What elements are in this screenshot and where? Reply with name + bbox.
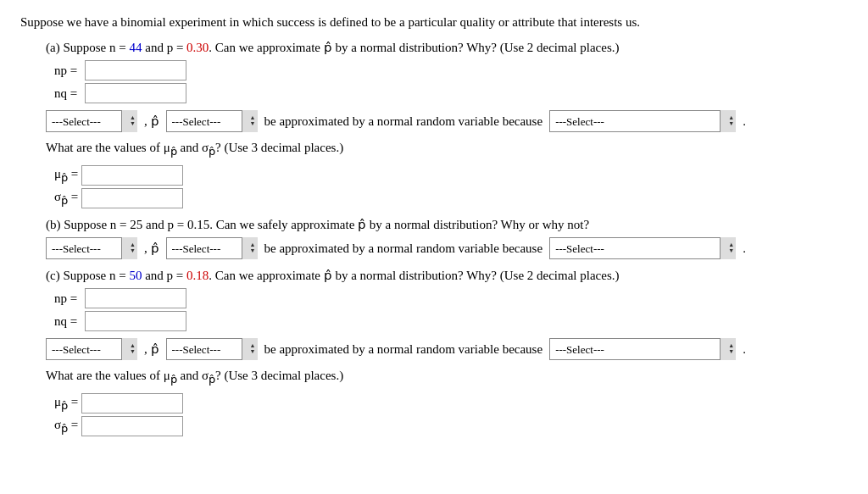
part-c-select-row: ---Select--- Yes No , p̂ ---Select--- ca…: [46, 338, 848, 360]
part-a-phat: , p̂: [141, 114, 163, 129]
part-a-np-row: np =: [54, 60, 848, 80]
part-c-label: (c) Suppose n = 50 and p = 0.18. Can we …: [46, 268, 848, 283]
part-c-p-val: 0.18: [186, 269, 209, 282]
part-c-select2-wrap: ---Select--- can cannot: [166, 338, 258, 360]
part-c-mu-sigma: μp̂ = σp̂ =: [54, 393, 848, 436]
part-b-section: (b) Suppose n = 25 and p = 0.15. Can we …: [46, 217, 848, 259]
part-c-select3[interactable]: ---Select--- np ≥ 5 and nq ≥ 5 np < 5 or…: [549, 338, 736, 360]
part-a-nq-label: nq =: [54, 86, 81, 101]
part-c-sigma-row: σp̂ =: [54, 416, 848, 436]
part-c-phat: , p̂: [141, 341, 163, 357]
part-c-select1[interactable]: ---Select--- Yes No: [46, 338, 137, 360]
part-c-select3-wrap: ---Select--- np ≥ 5 and nq ≥ 5 np < 5 or…: [549, 338, 736, 360]
part-a-np-nq: np = nq =: [54, 60, 848, 103]
part-a-rest: . Can we approximate p̂ by a normal dist…: [209, 41, 619, 54]
part-c-what-values: What are the values of μp̂ and σp̂? (Use…: [46, 369, 848, 386]
intro-text: Suppose we have a binomial experiment in…: [20, 15, 848, 30]
part-c-sigma-input[interactable]: [81, 416, 183, 436]
part-a-sigma-label: σp̂ =: [54, 190, 78, 208]
part-b-select1[interactable]: ---Select--- Yes No: [46, 237, 137, 259]
part-b-select3[interactable]: ---Select--- np ≥ 5 and nq ≥ 5 np < 5 or…: [549, 237, 736, 259]
part-b-select2[interactable]: ---Select--- can cannot: [166, 237, 258, 259]
part-c-middle-text: be approximated by a normal random varia…: [261, 342, 547, 357]
part-a-mu-label: μp̂ =: [54, 167, 78, 185]
part-a-sigma-input[interactable]: [81, 188, 183, 208]
part-b-text: (b) Suppose n = 25 and p = 0.15. Can we …: [46, 218, 589, 231]
part-b-middle-text: be approximated by a normal random varia…: [261, 241, 547, 256]
part-a-p-text: and p =: [145, 41, 186, 54]
part-a-select1-wrap: ---Select--- Yes No: [46, 110, 137, 132]
part-c-p-text: and p =: [145, 269, 186, 282]
part-c-period: .: [743, 342, 746, 357]
part-a-select3[interactable]: ---Select--- np ≥ 5 and nq ≥ 5 np < 5 or…: [549, 110, 736, 132]
part-b-label: (b) Suppose n = 25 and p = 0.15. Can we …: [46, 217, 848, 232]
part-a-section: (a) Suppose n = 44 and p = 0.30. Can we …: [46, 40, 848, 208]
part-b-select1-wrap: ---Select--- Yes No: [46, 237, 137, 259]
part-c-np-input[interactable]: [85, 288, 186, 308]
part-c-rest: . Can we approximate p̂ by a normal dist…: [209, 269, 619, 282]
part-a-np-label: np =: [54, 64, 81, 78]
part-b-select-row: ---Select--- Yes No , p̂ ---Select--- ca…: [46, 237, 848, 259]
part-c-np-nq: np = nq =: [54, 288, 848, 331]
part-a-select-row: ---Select--- Yes No , p̂ ---Select--- ca…: [46, 110, 848, 132]
part-a-n-val: 44: [129, 41, 142, 54]
part-c-np-row: np =: [54, 288, 848, 308]
part-c-n-val: 50: [129, 269, 142, 282]
part-a-select3-wrap: ---Select--- np ≥ 5 and nq ≥ 5 np < 5 or…: [549, 110, 736, 132]
part-b-phat: , p̂: [141, 241, 163, 256]
part-c-mu-label: μp̂ =: [54, 395, 78, 413]
part-a-select2-wrap: ---Select--- can cannot: [166, 110, 258, 132]
part-c-nq-row: nq =: [54, 311, 848, 331]
part-c-np-label: np =: [54, 291, 81, 306]
part-c-mu-input[interactable]: [81, 393, 183, 414]
part-a-select2[interactable]: ---Select--- can cannot: [166, 110, 258, 132]
part-a-nq-input[interactable]: [85, 83, 186, 103]
part-a-nq-row: nq =: [54, 83, 848, 103]
part-a-period: .: [743, 114, 746, 129]
part-c-nq-input[interactable]: [85, 311, 186, 331]
part-c-mu-row: μp̂ =: [54, 393, 848, 414]
part-a-n-text: n =: [109, 41, 129, 54]
part-c-select1-wrap: ---Select--- Yes No: [46, 338, 137, 360]
part-c-prefix: (c) Suppose n =: [46, 269, 129, 282]
part-c-section: (c) Suppose n = 50 and p = 0.18. Can we …: [46, 268, 848, 436]
part-a-middle-text: be approximated by a normal random varia…: [261, 114, 547, 129]
part-c-select2[interactable]: ---Select--- can cannot: [166, 338, 258, 360]
part-a-mu-input[interactable]: [81, 165, 183, 186]
part-a-sigma-row: σp̂ =: [54, 188, 848, 208]
part-a-mu-sigma: μp̂ = σp̂ =: [54, 165, 848, 208]
part-a-what-values: What are the values of μp̂ and σp̂? (Use…: [46, 141, 848, 158]
part-b-period: .: [743, 241, 746, 256]
part-b-select2-wrap: ---Select--- can cannot: [166, 237, 258, 259]
part-a-select1[interactable]: ---Select--- Yes No: [46, 110, 137, 132]
part-c-sigma-label: σp̂ =: [54, 418, 78, 436]
part-a-prefix: (a) Suppose: [46, 41, 106, 54]
part-b-select3-wrap: ---Select--- np ≥ 5 and nq ≥ 5 np < 5 or…: [549, 237, 736, 259]
part-a-label: (a) Suppose n = 44 and p = 0.30. Can we …: [46, 40, 848, 55]
part-c-nq-label: nq =: [54, 314, 81, 329]
part-a-mu-row: μp̂ =: [54, 165, 848, 186]
part-a-np-input[interactable]: [85, 60, 186, 80]
part-a-p-val: 0.30: [186, 41, 209, 54]
